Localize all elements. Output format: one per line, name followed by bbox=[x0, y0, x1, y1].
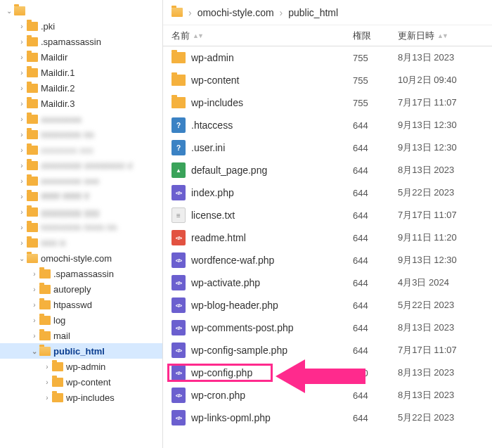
folder-icon bbox=[27, 130, 38, 139]
chevron-down-icon[interactable]: ⌄ bbox=[31, 347, 38, 355]
tree-item[interactable]: ›wp-includes bbox=[0, 390, 162, 405]
tree-item[interactable]: ›bbbbbbbb bb bbox=[0, 127, 162, 142]
table-row[interactable]: wp-activate.php6444月3日 2024 bbox=[163, 271, 492, 294]
table-header: 名前 ▲▼ 権限 更新日時 ▲▼ bbox=[163, 25, 492, 46]
chevron-right-icon[interactable]: › bbox=[18, 177, 25, 185]
chevron-right-icon[interactable]: › bbox=[31, 316, 38, 324]
folder-icon bbox=[27, 53, 38, 62]
table-row[interactable]: wp-links-opml.php6445月22日 2023 bbox=[163, 407, 492, 429]
chevron-right-icon[interactable]: › bbox=[18, 193, 25, 200]
table-row[interactable]: readme.html6449月11日 11:20 bbox=[163, 226, 492, 249]
chevron-right-icon[interactable]: › bbox=[31, 286, 38, 293]
php-icon bbox=[171, 365, 186, 380]
chevron-right-icon[interactable]: › bbox=[44, 394, 51, 402]
tree-item[interactable]: ›htpasswd bbox=[0, 297, 162, 312]
folder-icon bbox=[171, 97, 186, 108]
table-row[interactable]: license.txt6447月17日 11:07 bbox=[163, 204, 492, 226]
tree-item[interactable]: ›hhhhhhhh hhhh hh bbox=[0, 219, 162, 235]
column-name[interactable]: 名前 ▲▼ bbox=[163, 30, 353, 42]
tree-item[interactable]: ›aaaaaaaa bbox=[0, 111, 162, 127]
chevron-right-icon[interactable]: › bbox=[18, 131, 25, 139]
chevron-right-icon[interactable]: › bbox=[31, 332, 38, 340]
chevron-down-icon[interactable]: ⌄ bbox=[6, 7, 13, 15]
tree-item-label: cccccccc ccc bbox=[41, 145, 93, 155]
tree-item[interactable]: ›Maildir bbox=[0, 49, 162, 65]
folder-icon bbox=[27, 115, 38, 124]
file-name: wp-config-sample.php bbox=[191, 345, 287, 356]
table-row[interactable]: default_page.png6448月13日 2023 bbox=[163, 159, 492, 181]
table-row[interactable]: wp-blog-header.php6445月22日 2023 bbox=[163, 294, 492, 316]
breadcrumb: › omochi-style.com › public_html bbox=[163, 0, 492, 25]
chevron-right-icon[interactable]: › bbox=[18, 23, 25, 30]
tree-item[interactable]: ›.pki bbox=[0, 18, 162, 34]
tree-item[interactable]: ›eeeeeeee eee bbox=[0, 173, 162, 188]
tree-item[interactable]: ›cccccccc ccc bbox=[0, 142, 162, 158]
tree-item[interactable]: ›autoreply bbox=[0, 281, 162, 297]
tree-item[interactable]: ›ffffffff ffffffff ff bbox=[0, 188, 162, 204]
chevron-down-icon[interactable]: ⌄ bbox=[18, 255, 25, 262]
file-permission: 644 bbox=[353, 413, 398, 423]
folder-icon bbox=[27, 84, 38, 93]
chevron-right-icon[interactable]: › bbox=[31, 301, 38, 309]
tree-item[interactable]: ›wp-content bbox=[0, 374, 162, 390]
file-name: wp-links-opml.php bbox=[191, 412, 271, 423]
tree-item[interactable]: ›Maildir.2 bbox=[0, 80, 162, 96]
file-name: wp-admin bbox=[191, 52, 234, 63]
tree-item[interactable]: ›.spamassassin bbox=[0, 34, 162, 49]
table-row[interactable]: wp-includes7557月17日 11:07 bbox=[163, 91, 492, 114]
table-row[interactable]: wp-config-sample.php6447月17日 11:07 bbox=[163, 339, 492, 361]
sort-icon: ▲▼ bbox=[193, 32, 202, 39]
tree-item[interactable]: ›gggggggg ggg bbox=[0, 204, 162, 219]
chevron-right-icon[interactable]: › bbox=[18, 84, 25, 92]
chevron-right-icon[interactable]: › bbox=[18, 146, 25, 154]
tree-item[interactable]: ›log bbox=[0, 312, 162, 328]
tree-item[interactable]: ⌄public_html bbox=[0, 343, 162, 359]
table-row[interactable]: wp-admin7558月13日 2023 bbox=[163, 46, 492, 69]
file-name: wp-content bbox=[191, 75, 239, 86]
table-row[interactable]: .htaccess6449月13日 12:30 bbox=[163, 114, 492, 136]
table-row[interactable]: wp-cron.php6448月13日 2023 bbox=[163, 384, 492, 407]
folder-icon bbox=[27, 192, 38, 201]
sort-icon: ▲▼ bbox=[437, 32, 447, 39]
folder-icon bbox=[27, 254, 38, 263]
tree-item-label: ffffffff ffffffff ff bbox=[41, 191, 89, 202]
tree-item[interactable]: ›Maildir.1 bbox=[0, 65, 162, 80]
breadcrumb-item[interactable]: public_html bbox=[288, 7, 338, 18]
tree-item[interactable]: ›mail bbox=[0, 328, 162, 343]
table-row[interactable]: wp-comments-post.php6448月13日 2023 bbox=[163, 316, 492, 339]
chevron-right-icon[interactable]: › bbox=[44, 363, 51, 371]
chevron-right-icon[interactable]: › bbox=[18, 239, 25, 247]
tree-item[interactable]: ›Maildir.3 bbox=[0, 96, 162, 111]
column-date[interactable]: 更新日時 ▲▼ bbox=[398, 30, 492, 42]
chevron-right-icon[interactable]: › bbox=[31, 270, 38, 278]
column-perm[interactable]: 権限 bbox=[353, 30, 398, 42]
table-row[interactable]: wp-content75510月2日 09:40 bbox=[163, 69, 492, 91]
chevron-right-icon[interactable]: › bbox=[18, 53, 25, 61]
tree-item[interactable]: ›dddddddd dddddddd d bbox=[0, 158, 162, 173]
chevron-right-icon[interactable]: › bbox=[44, 378, 51, 386]
table-row[interactable]: wp-config.php6008月13日 2023 bbox=[163, 361, 492, 384]
php-icon bbox=[171, 297, 186, 313]
file-modified-date: 7月17日 11:07 bbox=[398, 209, 492, 222]
folder-icon bbox=[171, 52, 186, 63]
table-row[interactable]: wordfence-waf.php6449月13日 12:30 bbox=[163, 249, 492, 271]
tree-item[interactable]: ⌄ bbox=[0, 3, 162, 18]
tree-item[interactable]: ›wp-admin bbox=[0, 359, 162, 374]
table-row[interactable]: .user.ini6449月13日 12:30 bbox=[163, 136, 492, 159]
chevron-right-icon[interactable]: › bbox=[18, 69, 25, 77]
breadcrumb-item[interactable]: omochi-style.com bbox=[198, 7, 274, 18]
tree-item[interactable]: ›iiiiiiii iii bbox=[0, 235, 162, 250]
tree-item[interactable]: ›.spamassassin bbox=[0, 266, 162, 281]
tree-item-label: Maildir.2 bbox=[41, 83, 75, 94]
chevron-right-icon[interactable]: › bbox=[18, 38, 25, 46]
chevron-right-icon[interactable]: › bbox=[18, 115, 25, 123]
file-name: wp-config.php bbox=[191, 367, 252, 378]
chevron-right-icon[interactable]: › bbox=[18, 208, 25, 216]
file-modified-date: 9月11日 11:20 bbox=[398, 231, 492, 244]
chevron-right-icon[interactable]: › bbox=[18, 162, 25, 169]
tree-item[interactable]: ⌄omochi-style.com bbox=[0, 250, 162, 266]
chevron-right-icon[interactable]: › bbox=[18, 224, 25, 231]
tree-item-label: dddddddd dddddddd d bbox=[41, 160, 132, 171]
chevron-right-icon[interactable]: › bbox=[18, 100, 25, 108]
table-row[interactable]: index.php6445月22日 2023 bbox=[163, 181, 492, 204]
